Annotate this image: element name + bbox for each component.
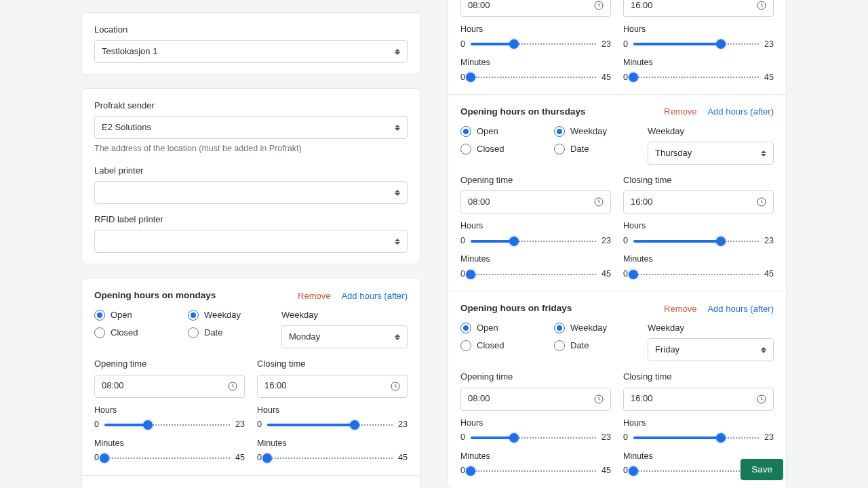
profrakt-sender-help: The address of the location (must be add… — [94, 143, 408, 155]
hours-slider-label: Hours — [94, 405, 245, 417]
closing-time-input[interactable]: 16:00 — [623, 388, 774, 411]
weekday-field-label: Weekday — [648, 125, 774, 138]
add-hours-after-button[interactable]: Add hours (after) — [707, 106, 774, 118]
label-printer-select[interactable] — [94, 181, 408, 204]
minutes-slider-label: Minutes — [460, 253, 611, 266]
hours-slider-label: Hours — [257, 405, 408, 417]
remove-button[interactable]: Remove — [664, 303, 696, 315]
weekday-field-label: Weekday — [281, 309, 408, 321]
closing-time-label: Closing time — [623, 174, 774, 186]
rfid-printer-label: RFID label printer — [94, 214, 408, 226]
radio-closed[interactable]: Closed — [460, 143, 542, 155]
weekday-select[interactable]: Friday — [648, 338, 774, 361]
closing-minutes-slider[interactable]: 045 — [623, 268, 774, 281]
weekday-date-radio-group: Weekday Date — [554, 322, 635, 352]
closing-time-input[interactable]: 16:00 — [623, 0, 774, 17]
hours-slider-label: Hours — [623, 24, 774, 36]
open-closed-radio-group: Open Closed — [460, 322, 542, 352]
closing-hours-slider[interactable]: 023 — [623, 432, 774, 444]
minutes-slider-label: Minutes — [623, 57, 774, 69]
opening-time-label: Opening time — [460, 371, 611, 383]
closing-time-label: Closing time — [257, 358, 408, 370]
weekday-select[interactable]: Thursday — [648, 142, 774, 165]
open-closed-radio-group: Open Closed — [94, 309, 176, 339]
minutes-slider-label: Minutes — [94, 438, 245, 450]
radio-date[interactable]: Date — [188, 327, 269, 339]
radio-closed[interactable]: Closed — [94, 327, 176, 339]
opening-hours-slider[interactable]: 023 — [460, 235, 611, 247]
weekday-field-label: Weekday — [648, 322, 774, 334]
closing-minutes-slider[interactable]: 0 45 — [623, 72, 774, 84]
radio-date[interactable]: Date — [554, 143, 635, 155]
opening-time-input[interactable]: 08:00 — [460, 190, 611, 214]
label-printer-label: Label printer — [94, 165, 408, 177]
opening-hours-tuesday: Opening hours on tuesdays Remove Add hou… — [82, 475, 420, 488]
opening-minutes-slider[interactable]: 045 — [460, 268, 611, 281]
profrakt-sender-label: Profrakt sender — [94, 100, 408, 112]
location-label: Location — [94, 24, 408, 36]
opening-time-input[interactable]: 08:00 — [460, 0, 611, 17]
opening-time-input[interactable]: 08:00 — [460, 388, 611, 411]
opening-time-label: Opening time — [94, 358, 245, 370]
radio-open[interactable]: Open — [460, 322, 542, 334]
radio-date[interactable]: Date — [554, 340, 635, 352]
section-title: Opening hours on thursdays — [460, 106, 586, 119]
radio-closed[interactable]: Closed — [460, 340, 542, 352]
save-button[interactable]: Save — [741, 459, 783, 480]
profrakt-sender-select[interactable]: E2 Solutions — [94, 116, 408, 139]
section-title: Opening hours on mondays — [94, 289, 216, 302]
radio-weekday[interactable]: Weekday — [554, 125, 635, 138]
profrakt-sender-value: E2 Solutions — [102, 121, 151, 134]
weekday-date-radio-group: Weekday Date — [188, 309, 269, 339]
opening-hours-thursday: Opening hours on thursdays Remove Add ho… — [448, 94, 786, 291]
closing-time-label: Closing time — [623, 371, 774, 383]
location-card: Location Testlokasjon 1 — [81, 12, 420, 75]
closing-hours-slider[interactable]: 0 23 — [257, 419, 408, 431]
weekday-date-radio-group: Weekday Date — [554, 125, 635, 155]
section-title: Opening hours on fridays — [460, 302, 572, 315]
opening-time-input[interactable]: 08:00 — [94, 375, 245, 398]
opening-hours-slider[interactable]: 0 23 — [460, 39, 611, 51]
opening-hours-slider[interactable]: 0 23 — [94, 419, 245, 431]
opening-hours-card-right: 08:00 Hours 0 23 — [448, 0, 787, 488]
add-hours-after-button[interactable]: Add hours (after) — [707, 303, 774, 315]
weekday-select[interactable]: Monday — [281, 325, 408, 348]
opening-hours-slider[interactable]: 023 — [460, 432, 611, 444]
radio-weekday[interactable]: Weekday — [554, 322, 635, 334]
minutes-slider-label: Minutes — [460, 451, 611, 463]
open-closed-radio-group: Open Closed — [460, 125, 542, 155]
opening-minutes-slider[interactable]: 0 45 — [94, 452, 245, 464]
hours-slider-label: Hours — [623, 220, 774, 232]
add-hours-after-button[interactable]: Add hours (after) — [341, 290, 408, 302]
opening-hours-card-left: Opening hours on mondays Remove Add hour… — [81, 278, 420, 488]
radio-open[interactable]: Open — [94, 309, 176, 321]
closing-time-input[interactable]: 16:00 — [257, 375, 408, 398]
minutes-slider-label: Minutes — [460, 57, 611, 69]
closing-time-input[interactable]: 16:00 — [623, 190, 774, 214]
hours-slider-label: Hours — [460, 24, 611, 36]
remove-button[interactable]: Remove — [298, 290, 330, 302]
opening-time-label: Opening time — [460, 174, 611, 186]
opening-minutes-slider[interactable]: 045 — [460, 465, 611, 477]
minutes-slider-label: Minutes — [257, 438, 408, 450]
opening-hours-partial: 08:00 Hours 0 23 — [448, 0, 786, 94]
closing-hours-slider[interactable]: 023 — [623, 235, 774, 247]
radio-open[interactable]: Open — [460, 125, 542, 138]
closing-hours-slider[interactable]: 0 23 — [623, 39, 774, 51]
profrakt-card: Profrakt sender E2 Solutions The address… — [81, 88, 420, 264]
opening-minutes-slider[interactable]: 0 45 — [460, 72, 611, 84]
minutes-slider-label: Minutes — [623, 253, 774, 266]
hours-slider-label: Hours — [623, 418, 774, 430]
location-select[interactable]: Testlokasjon 1 — [94, 40, 408, 63]
radio-weekday[interactable]: Weekday — [188, 309, 269, 321]
opening-hours-friday: Opening hours on fridays Remove Add hour… — [448, 291, 786, 487]
closing-minutes-slider[interactable]: 0 45 — [257, 452, 408, 464]
location-value: Testlokasjon 1 — [102, 45, 157, 58]
rfid-printer-select[interactable] — [94, 230, 408, 253]
hours-slider-label: Hours — [460, 220, 611, 232]
hours-slider-label: Hours — [460, 418, 611, 430]
opening-hours-monday: Opening hours on mondays Remove Add hour… — [82, 279, 420, 474]
remove-button[interactable]: Remove — [664, 106, 696, 118]
